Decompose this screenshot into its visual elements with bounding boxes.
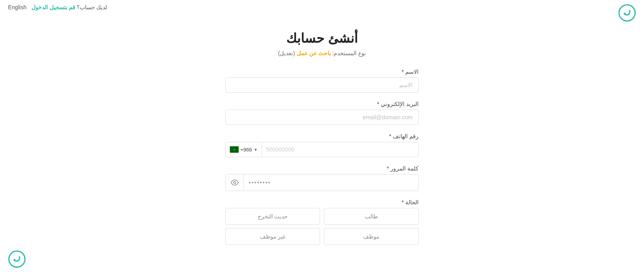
eye-icon bbox=[231, 179, 239, 187]
registration-form: الاسم * البريد الإلكتروني * رقم الهاتف *… bbox=[225, 69, 419, 253]
status-label: الحالة * bbox=[225, 199, 419, 206]
status-student-button[interactable]: طالب bbox=[324, 208, 419, 225]
status-options-row-2: موظف غير موظف bbox=[225, 228, 419, 245]
main-content: أنشئ حسابك نوع المستخدم: باحث عن عمل (تع… bbox=[0, 15, 644, 253]
email-label: البريد الإلكتروني * bbox=[225, 101, 419, 107]
email-field-group: البريد الإلكتروني * bbox=[225, 101, 419, 125]
name-label: الاسم * bbox=[225, 69, 419, 75]
language-switch[interactable]: English bbox=[8, 4, 27, 10]
status-options-row-1: طالب حديث التخرج bbox=[225, 208, 419, 225]
svg-point-3 bbox=[14, 259, 16, 261]
status-fresh-graduate-button[interactable]: حديث التخرج bbox=[225, 208, 320, 225]
status-field-group: الحالة * طالب حديث التخرج موظف غير موظف bbox=[225, 199, 419, 245]
svg-point-1 bbox=[624, 13, 626, 15]
user-type-row: نوع المستخدم: باحث عن عمل (تعديل) bbox=[278, 50, 366, 56]
name-field-group: الاسم * bbox=[225, 69, 419, 93]
country-selector[interactable]: 🇸🇦 +966 ▼ bbox=[226, 142, 262, 157]
svg-point-4 bbox=[234, 182, 236, 184]
name-input[interactable] bbox=[225, 77, 419, 93]
phone-input[interactable] bbox=[262, 142, 418, 157]
password-field-group: كلمة المرور * bbox=[225, 165, 419, 191]
toggle-password-button[interactable] bbox=[226, 174, 244, 191]
svg-point-0 bbox=[619, 5, 635, 21]
password-label: كلمة المرور * bbox=[225, 165, 419, 172]
logo-top-right bbox=[618, 4, 636, 22]
phone-field-group: رقم الهاتف * 🇸🇦 +966 ▼ bbox=[225, 133, 419, 157]
user-type-value: باحث عن عمل bbox=[297, 50, 331, 56]
status-employed-button[interactable]: موظف bbox=[324, 228, 419, 245]
header: English لديك حساب؟ قم بتسجيل الدخول bbox=[0, 0, 644, 15]
have-account-text: لديك حساب؟ قم بتسجيل الدخول bbox=[31, 4, 107, 10]
status-unemployed-button[interactable]: غير موظف bbox=[225, 228, 320, 245]
password-wrapper bbox=[225, 174, 419, 191]
chevron-down-icon: ▼ bbox=[254, 147, 258, 152]
password-input[interactable] bbox=[244, 175, 418, 190]
flag-icon: 🇸🇦 bbox=[230, 146, 239, 153]
page-title: أنشئ حسابك bbox=[286, 31, 358, 46]
phone-code: +966 bbox=[240, 147, 252, 153]
email-input[interactable] bbox=[225, 110, 419, 125]
phone-label: رقم الهاتف * bbox=[225, 133, 419, 139]
phone-wrapper: 🇸🇦 +966 ▼ bbox=[225, 142, 419, 157]
svg-point-2 bbox=[9, 251, 25, 267]
logo-bottom-left bbox=[8, 250, 26, 268]
login-link[interactable]: قم بتسجيل الدخول bbox=[31, 4, 75, 10]
user-type-prefix: نوع المستخدم: bbox=[332, 50, 366, 56]
edit-user-type-link[interactable]: (تعديل) bbox=[278, 50, 295, 56]
